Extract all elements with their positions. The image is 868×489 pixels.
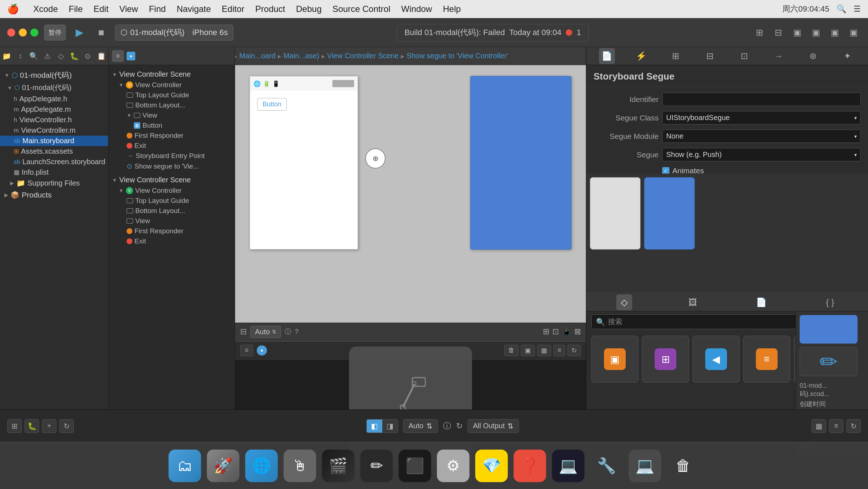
panel-view-1[interactable]: 🗑 bbox=[504, 345, 519, 356]
inspector-input-identifier[interactable] bbox=[662, 93, 861, 106]
sidebar-header-project[interactable]: ▼ ⬡ 01-modal(代码) bbox=[0, 69, 108, 82]
obj-item-3[interactable]: ≡ bbox=[743, 336, 790, 383]
menu-view[interactable]: View bbox=[119, 4, 138, 14]
pause-button[interactable]: 暂停 bbox=[44, 25, 66, 41]
outline-section-header-1[interactable]: ▼ View Controller Scene bbox=[109, 69, 235, 80]
zoom-selector[interactable]: Auto ⇅ bbox=[250, 326, 281, 338]
panel-filter-btn[interactable]: ≡ bbox=[240, 345, 253, 356]
dock-item-quicktime[interactable]: 🎬 bbox=[322, 450, 354, 482]
sidebar-item-appdelegate-h[interactable]: h AppDelegate.h bbox=[0, 94, 108, 104]
dock-item-safari[interactable]: 🌐 bbox=[245, 450, 278, 482]
menu-navigate[interactable]: Navigate bbox=[176, 4, 211, 14]
run-button[interactable]: ▶ bbox=[72, 25, 88, 41]
sidebar-item-appdelegate-m[interactable]: m AppDelegate.m bbox=[0, 104, 108, 115]
outline-filter[interactable]: ≡ bbox=[112, 50, 124, 62]
inspector-select-segue[interactable]: Show (e.g. Push) ▾ bbox=[662, 148, 861, 161]
output-dropdown[interactable]: All Output ⇅ bbox=[468, 419, 519, 433]
outline-toplayout-2[interactable]: Top Layout Guide bbox=[109, 196, 235, 206]
outline-vc-2[interactable]: ▼ V View Controller bbox=[109, 186, 235, 196]
inspector-toggle[interactable]: ▣ bbox=[790, 25, 804, 40]
canvas-help-btn[interactable]: ? bbox=[295, 328, 298, 336]
lib-btn-media[interactable]: 🖼 bbox=[685, 294, 701, 310]
minimize-button[interactable] bbox=[19, 29, 27, 37]
inspector-select-segue-module[interactable]: None ▾ bbox=[662, 129, 861, 143]
layout-btn-3[interactable]: ▣ bbox=[846, 25, 861, 40]
outline-button-1[interactable]: B Button bbox=[109, 120, 235, 131]
inspector-btn-attributes[interactable]: ⊟ bbox=[702, 48, 718, 64]
menu-product[interactable]: Product bbox=[255, 4, 285, 14]
panel-refresh-btn[interactable]: ↻ bbox=[567, 345, 581, 356]
canvas-info-btn[interactable]: ⓘ bbox=[285, 327, 291, 336]
sidebar-item-viewcontroller-h[interactable]: h ViewController.h bbox=[0, 115, 108, 125]
outline-firstresponder-1[interactable]: First Responder bbox=[109, 131, 235, 141]
lib-btn-objects[interactable]: ◇ bbox=[616, 294, 632, 310]
breadcrumb-item-3[interactable]: Main...ase) bbox=[284, 52, 319, 60]
close-button[interactable] bbox=[7, 29, 15, 37]
sidebar-item-supporting-files[interactable]: ▶ 📁 Supporting Files bbox=[0, 178, 108, 188]
inspector-btn-effects[interactable]: ✦ bbox=[839, 48, 855, 64]
fullscreen-button[interactable] bbox=[30, 29, 38, 37]
obj-item-0[interactable]: ▣ bbox=[591, 336, 638, 383]
outline-section-header-2[interactable]: ▼ View Controller Scene bbox=[109, 174, 235, 186]
inspector-btn-size[interactable]: ⊡ bbox=[736, 48, 752, 64]
menu-edit[interactable]: Edit bbox=[94, 4, 109, 14]
stop-button[interactable]: ■ bbox=[93, 25, 109, 41]
inspector-btn-file[interactable]: 📄 bbox=[599, 48, 615, 64]
layout-btn-2[interactable]: ▣ bbox=[827, 25, 842, 40]
status-right-btn-3[interactable]: ↻ bbox=[846, 419, 861, 433]
dock-item-utilities[interactable]: 🔧 bbox=[590, 450, 623, 482]
dock-item-terminal[interactable]: ⬛ bbox=[399, 450, 431, 482]
outline-bottomlayout-2[interactable]: Bottom Layout... bbox=[109, 206, 235, 216]
dock-item-finder[interactable]: 🗂 bbox=[169, 450, 201, 482]
inspector-btn-connections[interactable]: → bbox=[771, 48, 787, 64]
breadcrumb-item-2[interactable]: Main...oard bbox=[239, 52, 276, 60]
menu-window[interactable]: Window bbox=[401, 4, 432, 14]
status-right-btn-2[interactable]: ≡ bbox=[829, 419, 843, 433]
sidebar-btn-warning[interactable]: ⚠ bbox=[41, 50, 54, 63]
canvas-constraints-btn[interactable]: ⊠ bbox=[574, 327, 581, 336]
sidebar-item-assets[interactable]: ⊞ Assets.xcassets bbox=[0, 146, 108, 157]
canvas-zoom-fit[interactable]: ⊡ bbox=[552, 327, 559, 336]
dock-item-dash[interactable]: ❓ bbox=[514, 450, 546, 482]
dock-item-another[interactable]: 💻 bbox=[629, 450, 661, 482]
outline-bottomlayout-1[interactable]: Bottom Layout... bbox=[109, 100, 235, 110]
scheme-selector[interactable]: ⬡ 01-modal(代码) | iPhone 6s bbox=[115, 25, 233, 41]
canvas-device-btn[interactable]: 📱 bbox=[562, 327, 571, 336]
outline-segue-1[interactable]: ⊙ Show segue to 'Vie... bbox=[109, 161, 235, 171]
debugger-toggle[interactable]: ⊟ bbox=[771, 25, 786, 40]
sidebar-btn-report[interactable]: 📋 bbox=[95, 50, 108, 63]
inspector-btn-quick[interactable]: ⚡ bbox=[633, 48, 649, 64]
menu-debug[interactable]: Debug bbox=[296, 4, 322, 14]
panel-view-2[interactable]: ▣ bbox=[521, 345, 535, 356]
canvas-grid-btn[interactable]: ⊞ bbox=[543, 327, 549, 336]
storyboard-canvas[interactable]: 🌐 🔋 📱 Button ⊕ Main storyboard bbox=[235, 65, 586, 341]
dock-item-iterm[interactable]: 💻 bbox=[552, 450, 584, 482]
sidebar-btn-test[interactable]: ◇ bbox=[54, 50, 67, 63]
dock-item-mouse[interactable]: 🖱 bbox=[284, 450, 316, 482]
sidebar-btn-breakpoint[interactable]: ⊙ bbox=[81, 50, 94, 63]
sidebar-header-products[interactable]: ▶ 📦 Products bbox=[0, 189, 108, 201]
search-icon[interactable]: 🔍 bbox=[837, 4, 846, 14]
sidebar-item-main-storyboard[interactable]: sb Main.storyboard bbox=[0, 136, 108, 146]
outline-firstresponder-2[interactable]: First Responder bbox=[109, 226, 235, 236]
status-right-btn-1[interactable]: ▦ bbox=[812, 419, 826, 433]
outline-exit-2[interactable]: Exit bbox=[109, 236, 235, 246]
menu-source-control[interactable]: Source Control bbox=[332, 4, 390, 14]
panel-right-btn[interactable]: ◨ bbox=[382, 420, 398, 433]
sidebar-btn-debug[interactable]: 🐛 bbox=[68, 50, 81, 63]
status-btn-3[interactable]: + bbox=[42, 419, 56, 433]
panel-view-3[interactable]: ▦ bbox=[537, 345, 551, 356]
obj-item-2[interactable]: ◀ bbox=[693, 336, 740, 383]
segue-node[interactable]: ⊕ bbox=[365, 148, 386, 169]
inspector-btn-identity[interactable]: ⊞ bbox=[668, 48, 684, 64]
outline-entry-1[interactable]: → Storyboard Entry Point bbox=[109, 151, 235, 161]
sidebar-item-viewcontroller-m[interactable]: m ViewController.m bbox=[0, 125, 108, 136]
outline-exit-1[interactable]: Exit bbox=[109, 141, 235, 151]
layout-dropdown[interactable]: Auto ⇅ bbox=[403, 419, 438, 433]
breadcrumb-item-5[interactable]: Show segue to 'View Controller' bbox=[407, 52, 508, 60]
menu-help[interactable]: Help bbox=[443, 4, 461, 14]
menu-extra-icon[interactable]: ☰ bbox=[854, 4, 861, 14]
dock-item-launchpad[interactable]: 🚀 bbox=[207, 450, 239, 482]
outline-vc-1[interactable]: ▼ V View Controller bbox=[109, 80, 235, 90]
status-btn-4[interactable]: ↻ bbox=[59, 419, 74, 433]
